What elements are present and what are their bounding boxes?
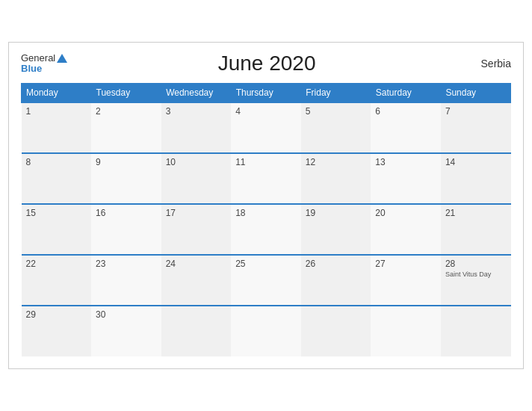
calendar-day-cell: 25 xyxy=(231,255,301,306)
calendar-day-cell: 19 xyxy=(301,204,371,255)
day-number: 17 xyxy=(166,208,227,218)
calendar-title: June 2020 xyxy=(67,52,466,75)
day-number: 16 xyxy=(96,208,157,218)
day-number: 12 xyxy=(306,157,367,167)
day-number: 25 xyxy=(235,259,297,269)
day-number: 24 xyxy=(166,259,227,269)
day-number: 7 xyxy=(445,106,507,117)
day-number: 10 xyxy=(166,157,227,167)
calendar-day-cell: 17 xyxy=(161,204,232,255)
day-number: 8 xyxy=(26,157,87,167)
calendar-day-cell: 1 xyxy=(22,102,92,153)
day-number: 14 xyxy=(445,157,507,167)
day-number: 26 xyxy=(306,259,367,269)
header-sunday: Sunday xyxy=(441,84,511,103)
calendar-day-cell: 24 xyxy=(161,255,232,306)
day-number: 11 xyxy=(235,157,297,167)
calendar-country: Serbia xyxy=(466,58,511,69)
day-number: 21 xyxy=(445,208,507,218)
header-friday: Friday xyxy=(301,84,371,103)
calendar-week-row: 1234567 xyxy=(22,102,511,153)
day-number: 27 xyxy=(375,259,436,269)
calendar-day-cell: 13 xyxy=(371,153,441,204)
header-wednesday: Wednesday xyxy=(161,84,232,103)
calendar-day-cell: 16 xyxy=(91,204,161,255)
day-number: 5 xyxy=(306,106,367,117)
calendar-day-cell: 23 xyxy=(91,255,161,306)
calendar-day-cell xyxy=(371,306,441,356)
calendar-day-cell: 5 xyxy=(301,102,371,153)
calendar-day-cell: 4 xyxy=(231,102,301,153)
calendar-container: General Blue June 2020 Serbia Monday Tue… xyxy=(8,42,524,369)
calendar-day-cell: 2 xyxy=(91,102,161,153)
calendar-week-row: 15161718192021 xyxy=(22,204,511,255)
calendar-day-cell: 30 xyxy=(91,306,161,356)
holiday-name: Saint Vitus Day xyxy=(445,271,507,279)
calendar-day-cell: 3 xyxy=(161,102,232,153)
day-number: 29 xyxy=(26,309,87,320)
weekday-header-row: Monday Tuesday Wednesday Thursday Friday… xyxy=(22,84,511,103)
day-number: 15 xyxy=(26,208,87,218)
calendar-day-cell: 15 xyxy=(22,204,92,255)
day-number: 22 xyxy=(26,259,87,269)
day-number: 6 xyxy=(375,106,436,117)
day-number: 2 xyxy=(96,106,157,117)
calendar-day-cell: 6 xyxy=(371,102,441,153)
day-number: 19 xyxy=(306,208,367,218)
calendar-day-cell: 21 xyxy=(441,204,511,255)
calendar-day-cell: 12 xyxy=(301,153,371,204)
header-tuesday: Tuesday xyxy=(91,84,161,103)
calendar-day-cell: 29 xyxy=(22,306,92,356)
calendar-week-row: 22232425262728Saint Vitus Day xyxy=(22,255,511,306)
header-saturday: Saturday xyxy=(371,84,441,103)
calendar-day-cell xyxy=(441,306,511,356)
calendar-day-cell: 20 xyxy=(371,204,441,255)
header-monday: Monday xyxy=(22,84,92,103)
calendar-header: General Blue June 2020 Serbia xyxy=(21,52,511,75)
day-number: 4 xyxy=(235,106,297,117)
calendar-day-cell: 28Saint Vitus Day xyxy=(441,255,511,306)
calendar-day-cell: 18 xyxy=(231,204,301,255)
logo-triangle-icon xyxy=(57,54,67,63)
calendar-day-cell: 27 xyxy=(371,255,441,306)
calendar-day-cell xyxy=(161,306,232,356)
logo: General Blue xyxy=(21,53,67,75)
calendar-day-cell: 8 xyxy=(22,153,92,204)
logo-blue-text: Blue xyxy=(21,64,42,74)
calendar-day-cell: 14 xyxy=(441,153,511,204)
day-number: 20 xyxy=(375,208,436,218)
calendar-day-cell: 11 xyxy=(231,153,301,204)
day-number: 28 xyxy=(445,259,507,269)
calendar-day-cell: 22 xyxy=(22,255,92,306)
day-number: 1 xyxy=(26,106,87,117)
calendar-week-row: 2930 xyxy=(22,306,511,356)
calendar-week-row: 891011121314 xyxy=(22,153,511,204)
day-number: 23 xyxy=(96,259,157,269)
day-number: 30 xyxy=(96,309,157,320)
logo-general-text: General xyxy=(21,53,67,64)
calendar-day-cell xyxy=(301,306,371,356)
calendar-day-cell: 9 xyxy=(91,153,161,204)
calendar-day-cell: 10 xyxy=(161,153,232,204)
calendar-day-cell: 26 xyxy=(301,255,371,306)
calendar-day-cell xyxy=(231,306,301,356)
header-thursday: Thursday xyxy=(231,84,301,103)
day-number: 18 xyxy=(235,208,297,218)
day-number: 3 xyxy=(166,106,227,117)
day-number: 9 xyxy=(96,157,157,167)
day-number: 13 xyxy=(375,157,436,167)
calendar-day-cell: 7 xyxy=(441,102,511,153)
calendar-table: Monday Tuesday Wednesday Thursday Friday… xyxy=(21,83,511,356)
